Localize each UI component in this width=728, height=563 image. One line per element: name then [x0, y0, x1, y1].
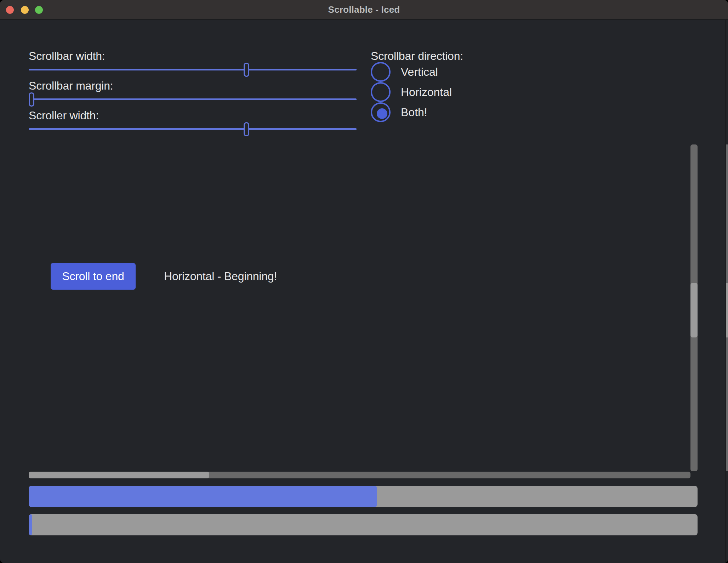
app-window: Scrollable - Iced Scrollbar width: Scrol… — [0, 0, 728, 563]
radio-dot-icon — [377, 108, 387, 119]
radio-circle-icon[interactable] — [371, 102, 391, 122]
scroller-width-slider[interactable] — [29, 121, 357, 137]
radio-label: Both! — [401, 104, 427, 120]
slider-handle[interactable] — [244, 122, 249, 136]
radio-option-horizontal[interactable]: Horizontal — [371, 82, 512, 102]
radio-circle-icon[interactable] — [371, 82, 391, 102]
scrollbar-width-label: Scrollbar width: — [29, 48, 105, 64]
window-title: Scrollable - Iced — [0, 0, 728, 19]
vertical-progress-fill — [29, 514, 32, 535]
scrollbar-direction-label: Scrollbar direction: — [371, 48, 463, 64]
scrollbar-margin-slider[interactable] — [29, 92, 357, 107]
vertical-progress-bar — [29, 514, 698, 535]
scroll-to-end-button[interactable]: Scroll to end — [51, 263, 136, 290]
radio-label: Horizontal — [401, 84, 452, 100]
vertical-scrollbar[interactable] — [690, 144, 698, 471]
horizontal-progress-fill — [29, 486, 377, 507]
scrollbar-margin-label: Scrollbar margin: — [29, 78, 113, 93]
horizontal-scrollbar-thumb[interactable] — [29, 472, 209, 478]
radio-option-both[interactable]: Both! — [371, 102, 512, 123]
radio-circle-icon[interactable] — [371, 62, 391, 82]
titlebar[interactable]: Scrollable - Iced — [0, 0, 728, 20]
vertical-scrollbar-thumb[interactable] — [690, 283, 698, 337]
slider-handle[interactable] — [29, 92, 34, 107]
radio-label: Vertical — [401, 64, 438, 80]
scroller-width-label: Scroller width: — [29, 108, 99, 123]
horizontal-scrollbar[interactable] — [29, 472, 690, 478]
clipped-edge-scrollbar-thumb — [726, 283, 728, 337]
scrollbar-width-slider[interactable] — [29, 62, 357, 78]
horizontal-progress-bar — [29, 486, 698, 507]
scroll-status-text: Horizontal - Beginning! — [164, 268, 277, 284]
radio-option-vertical[interactable]: Vertical — [371, 62, 512, 82]
clipped-edge-scrollbar — [726, 144, 728, 471]
slider-handle[interactable] — [244, 63, 249, 77]
